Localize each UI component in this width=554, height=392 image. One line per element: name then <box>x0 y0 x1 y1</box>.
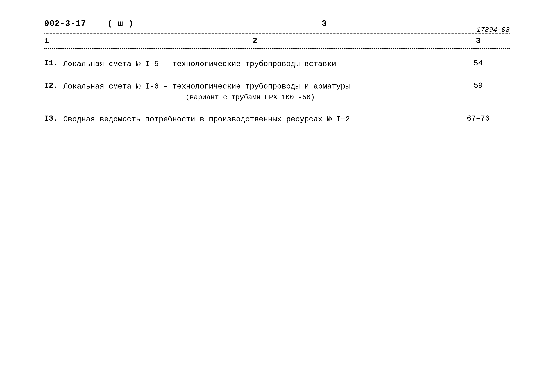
col-header-3: 3 <box>447 36 510 45</box>
header-row: 902-3-17 ( ш ) 3 <box>44 19 510 28</box>
table-row: I1. Локальная смета № I-5 – технологичес… <box>44 58 510 70</box>
doc-number: 902-3-17 <box>44 19 107 28</box>
reference-number: 17894-03 <box>477 26 510 34</box>
page-number: 3 <box>139 19 510 28</box>
row-pages-3: 67–76 <box>447 114 510 123</box>
page: 902-3-17 ( ш ) 3 17894-03 1 2 3 I1. Лока… <box>0 0 554 392</box>
row-number-2: I2. <box>44 81 63 90</box>
table-row: I2. Локальная смета № I-6 – технологичес… <box>44 81 510 103</box>
row-text-1: Локальная смета № I-5 – технологические … <box>63 58 447 70</box>
row-subtext-2: (вариант с трубами ПРХ 100Т-50) <box>63 92 437 103</box>
row-number-3: I3. <box>44 114 63 123</box>
divider-section: 17894-03 1 2 3 <box>44 33 510 49</box>
sheet-label: ( ш ) <box>107 19 139 28</box>
content-area: I1. Локальная смета № I-5 – технологичес… <box>44 58 510 125</box>
row-text-3: Сводная ведомость потребности в производ… <box>63 114 447 125</box>
table-row: I3. Сводная ведомость потребности в прои… <box>44 114 510 125</box>
row-pages-1: 54 <box>447 58 510 68</box>
row-number-1: I1. <box>44 58 63 68</box>
row-pages-2: 59 <box>447 81 510 90</box>
bottom-dashed-line <box>44 48 510 49</box>
row-text-2: Локальная смета № I-6 – технологические … <box>63 81 447 103</box>
col-header-1: 1 <box>44 36 63 45</box>
col-header-2: 2 <box>63 36 447 45</box>
column-headers: 1 2 3 <box>44 34 510 48</box>
